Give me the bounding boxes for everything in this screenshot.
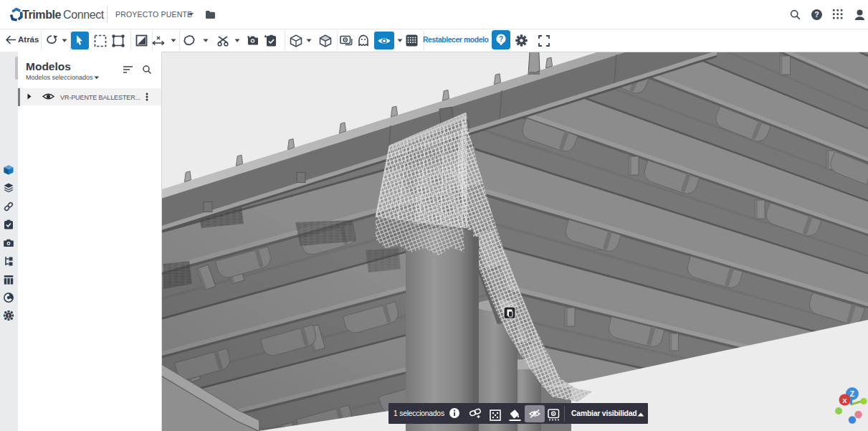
svg-text:X: X [842,397,847,404]
svg-text:Z: Z [850,389,855,398]
svg-text:!: ! [8,313,9,318]
svg-text:?: ? [499,35,503,43]
svg-text:?: ? [814,10,819,19]
